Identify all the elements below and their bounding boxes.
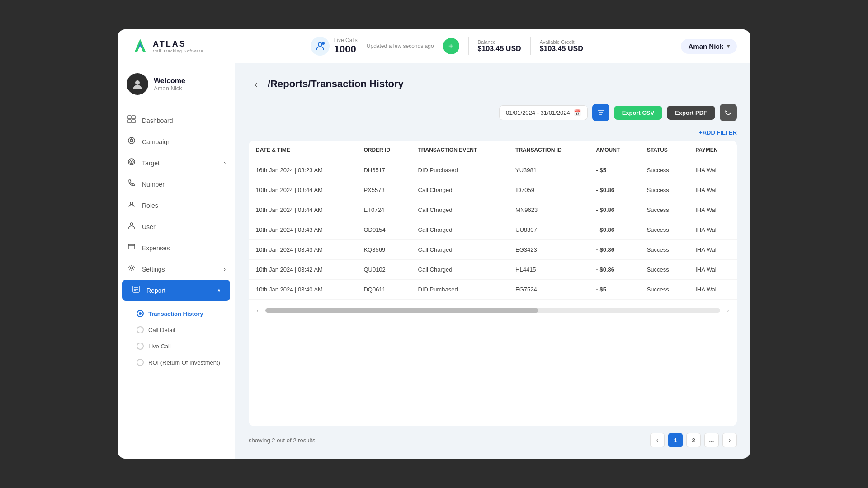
logo-icon (131, 37, 149, 55)
cell-date: 10th Jan 2024 | 03:43 AM (249, 220, 356, 240)
header-center: Live Calls 1000 Updated a few seconds ag… (222, 37, 672, 56)
live-calls-label: Live Calls (334, 37, 358, 43)
sidebar-item-number-label: Number (142, 181, 165, 188)
sidebar-item-live-call[interactable]: Live Call (118, 338, 235, 354)
cell-status: Success (640, 280, 689, 300)
svg-point-19 (131, 267, 133, 269)
expenses-icon (127, 243, 137, 253)
logo-text: ATLAS Call Tracking Software (153, 39, 203, 53)
next-page-button[interactable]: › (722, 433, 737, 447)
col-amount: AMOUNT (589, 141, 639, 160)
scrollbar-track[interactable] (265, 308, 720, 313)
available-credit-label: Available Credit (540, 39, 583, 45)
page-ellipsis-button[interactable]: ... (704, 433, 719, 447)
export-pdf-button[interactable]: Export PDF (667, 106, 715, 120)
svg-rect-17 (128, 244, 135, 249)
export-csv-button[interactable]: Export CSV (614, 106, 663, 120)
table-row: 10th Jan 2024 | 03:44 AM PX5573 Call Cha… (249, 180, 737, 200)
cell-payment: IHA Wal (688, 240, 737, 260)
live-call-label: Live Call (148, 343, 171, 350)
chevron-down-icon: ▾ (727, 43, 730, 49)
svg-rect-7 (128, 120, 131, 123)
refresh-button[interactable] (720, 104, 737, 121)
cell-event: Call Charged (411, 260, 509, 280)
body-area: Welcome Aman Nick Dashboard (118, 63, 750, 459)
filter-button[interactable] (592, 104, 609, 121)
add-button[interactable]: + (443, 38, 459, 54)
dashboard-icon (127, 115, 137, 126)
date-range-picker[interactable]: 01/01/2024 - 31/01/2024 📅 (499, 105, 588, 120)
cell-order-id: OD0154 (356, 220, 410, 240)
cell-status: Success (640, 260, 689, 280)
page-2-button[interactable]: 2 (686, 433, 701, 447)
col-status: STATUS (640, 141, 689, 160)
cell-date: 10th Jan 2024 | 03:40 AM (249, 280, 356, 300)
cell-order-id: QU0102 (356, 260, 410, 280)
sidebar-item-report[interactable]: Report ∧ (122, 280, 230, 301)
settings-icon (127, 264, 137, 274)
call-detail-label: Call Detail (148, 327, 175, 333)
svg-point-4 (135, 80, 140, 85)
cell-date: 10th Jan 2024 | 03:42 AM (249, 260, 356, 280)
table-row: 10th Jan 2024 | 03:43 AM KQ3569 Call Cha… (249, 240, 737, 260)
calendar-icon: 📅 (574, 109, 581, 116)
cell-payment: IHA Wal (688, 280, 737, 300)
sidebar-item-roles[interactable]: Roles (118, 195, 235, 216)
app-container: ATLAS Call Tracking Software Live Calls … (118, 29, 750, 459)
user-section: Welcome Aman Nick (118, 63, 235, 105)
page-1-button[interactable]: 1 (668, 433, 683, 447)
add-filter-link[interactable]: +ADD FILTER (249, 129, 737, 136)
sidebar-item-settings-label: Settings (142, 266, 165, 273)
sidebar-item-call-detail[interactable]: Call Detail (118, 322, 235, 338)
result-info: showing 2 out of 2 results (249, 437, 315, 444)
roles-icon (127, 200, 137, 211)
col-event: TRANSACTION EVENT (411, 141, 509, 160)
cell-order-id: KQ3569 (356, 240, 410, 260)
sidebar-item-expenses[interactable]: Expenses (118, 237, 235, 258)
main-content: ‹ /Reports/Transaction History 01/01/202… (235, 63, 750, 459)
live-calls-block: Live Calls 1000 (311, 37, 358, 56)
cell-payment: IHA Wal (688, 220, 737, 240)
sidebar-item-dashboard[interactable]: Dashboard (118, 110, 235, 131)
svg-point-15 (130, 202, 133, 205)
sidebar-item-dashboard-label: Dashboard (142, 117, 173, 124)
scroll-right-icon[interactable]: › (722, 305, 733, 316)
report-icon (131, 285, 141, 296)
table-header: DATE & TIME ORDER ID TRANSACTION EVENT T… (249, 141, 737, 160)
cell-tx-id: EG7524 (508, 280, 589, 300)
cell-amount: - $0.86 (589, 200, 639, 220)
cell-order-id: DH6517 (356, 160, 410, 180)
cell-order-id: ET0724 (356, 200, 410, 220)
welcome-label: Welcome (154, 77, 185, 85)
back-button[interactable]: ‹ (249, 77, 263, 91)
sidebar-item-transaction-history[interactable]: Transaction History (118, 305, 235, 322)
balance-value: $103.45 USD (478, 45, 521, 53)
sidebar: Welcome Aman Nick Dashboard (118, 63, 235, 459)
nav-list: Dashboard Campaign (118, 105, 235, 305)
cell-tx-id: MN9623 (508, 200, 589, 220)
sidebar-item-number[interactable]: Number (118, 174, 235, 195)
balance-label: Balance (478, 39, 521, 45)
sidebar-item-campaign[interactable]: Campaign (118, 131, 235, 152)
sidebar-item-expenses-label: Expenses (142, 244, 170, 252)
sidebar-item-settings[interactable]: Settings › (118, 258, 235, 280)
table-row: 10th Jan 2024 | 03:43 AM OD0154 Call Cha… (249, 220, 737, 240)
prev-page-button[interactable]: ‹ (650, 433, 665, 447)
table-body: 16th Jan 2024 | 03:23 AM DH6517 DID Purc… (249, 160, 737, 300)
logo-title: ATLAS (153, 39, 203, 49)
sidebar-item-target[interactable]: Target › (118, 152, 235, 174)
scroll-left-icon[interactable]: ‹ (252, 305, 263, 316)
scrollbar-thumb (265, 308, 538, 313)
sidebar-item-user[interactable]: User (118, 216, 235, 237)
sidebar-item-campaign-label: Campaign (142, 138, 171, 145)
cell-amount: - $0.86 (589, 180, 639, 200)
sidebar-item-target-label: Target (142, 160, 160, 167)
available-credit-value: $103.45 USD (540, 45, 583, 53)
sidebar-item-roi[interactable]: ROI (Return Of Investment) (118, 354, 235, 371)
cell-event: Call Charged (411, 240, 509, 260)
cell-date: 16th Jan 2024 | 03:23 AM (249, 160, 356, 180)
cell-payment: IHA Wal (688, 160, 737, 180)
col-txid: TRANSACTION ID (508, 141, 589, 160)
col-order: ORDER ID (356, 141, 410, 160)
user-menu-button[interactable]: Aman Nick ▾ (681, 39, 737, 54)
